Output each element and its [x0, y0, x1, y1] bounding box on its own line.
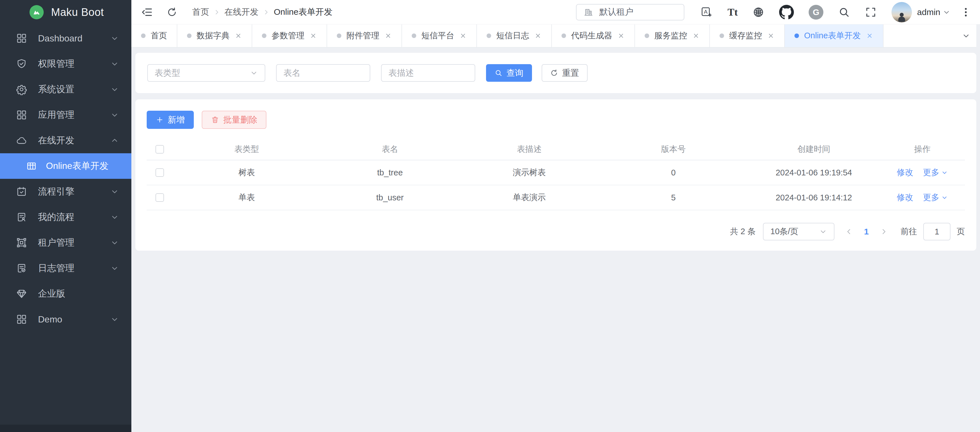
chevron-down-icon	[962, 32, 970, 40]
fullscreen-icon[interactable]	[865, 6, 877, 18]
font-size-icon[interactable]: Tt	[727, 6, 738, 18]
table-type-placeholder: 表类型	[154, 67, 180, 79]
close-icon[interactable]	[385, 32, 392, 40]
sidebar-subitem-online-form[interactable]: Online表单开发	[0, 153, 131, 179]
close-icon[interactable]	[310, 32, 317, 40]
tab-home[interactable]: 首页	[131, 24, 177, 47]
sidebar-item-my-workflow[interactable]: 我的流程	[0, 204, 131, 230]
table-desc-input[interactable]	[381, 64, 475, 82]
gitee-icon[interactable]: G	[809, 5, 823, 19]
sidebar-item-tenant-management[interactable]: 租户管理	[0, 230, 131, 255]
more-link[interactable]: 更多	[923, 192, 948, 203]
goto-label: 前往	[900, 226, 917, 237]
total-count: 共 2 条	[730, 226, 756, 237]
tab-param-mgmt[interactable]: 参数管理	[252, 24, 327, 47]
cell-name: tb_tree	[320, 160, 460, 185]
sidebar-item-demo[interactable]: Demo	[0, 306, 131, 332]
sidebar-item-permission[interactable]: 权限管理	[0, 51, 131, 77]
breadcrumb-current: Online表单开发	[274, 6, 332, 18]
sidebar-item-workflow-engine[interactable]: 流程引擎	[0, 179, 131, 204]
tab-online-form[interactable]: Online表单开发	[785, 24, 883, 47]
translate-icon[interactable]: A	[700, 6, 713, 18]
plus-icon	[156, 116, 164, 124]
search-icon[interactable]	[838, 6, 850, 18]
col-header-name: 表名	[320, 139, 460, 160]
page-content: 表类型 查询 重置 新增 批量删	[131, 48, 980, 250]
reset-button[interactable]: 重置	[542, 64, 588, 82]
tenant-select[interactable]: 默认租户	[576, 4, 684, 21]
tab-dot	[487, 33, 491, 38]
row-checkbox[interactable]	[156, 193, 164, 202]
edit-link[interactable]: 修改	[897, 192, 913, 203]
col-header-desc: 表描述	[460, 139, 599, 160]
shield-check-icon	[16, 58, 27, 70]
sidebar-item-dashboard[interactable]: Dashboard	[0, 26, 131, 51]
github-icon[interactable]	[779, 5, 794, 19]
close-icon[interactable]	[534, 32, 542, 40]
sidebar-fold-icon[interactable]	[141, 6, 153, 18]
chevron-down-icon	[110, 315, 119, 324]
kebab-menu-icon[interactable]	[960, 6, 972, 18]
close-icon[interactable]	[767, 32, 775, 40]
page-size-select[interactable]: 10条/页	[763, 223, 834, 241]
tab-code-generator[interactable]: 代码生成器	[552, 24, 635, 47]
tab-attachment[interactable]: 附件管理	[327, 24, 402, 47]
diamond-icon	[16, 288, 27, 300]
sidebar-collapse-strip[interactable]	[0, 425, 131, 432]
goto-page-input[interactable]	[923, 223, 950, 241]
chevron-down-icon	[250, 69, 258, 77]
next-page-icon[interactable]	[880, 227, 888, 236]
sidebar-item-enterprise[interactable]: 企业版	[0, 281, 131, 306]
header-icon-group: A Tt G	[700, 5, 891, 19]
close-icon[interactable]	[692, 32, 700, 40]
add-button[interactable]: 新增	[147, 111, 194, 129]
tab-dot	[794, 33, 799, 38]
language-globe-icon[interactable]	[752, 6, 764, 18]
current-page[interactable]: 1	[864, 227, 869, 236]
avatar[interactable]	[891, 2, 912, 22]
table-type-select[interactable]: 表类型	[147, 64, 265, 82]
tab-sms-log[interactable]: 短信日志	[477, 24, 552, 47]
more-link[interactable]: 更多	[923, 167, 948, 178]
edit-link[interactable]: 修改	[897, 167, 913, 178]
sidebar-item-log-management[interactable]: 日志管理	[0, 255, 131, 281]
query-button[interactable]: 查询	[486, 64, 532, 82]
row-checkbox[interactable]	[156, 168, 164, 177]
close-icon[interactable]	[235, 32, 242, 40]
sidebar-menu: Dashboard 权限管理 系统设置 应用管理 在线开发 Online表单开发	[0, 26, 131, 332]
frame-icon	[16, 237, 27, 249]
tenant-select-value: 默认租户	[599, 6, 633, 18]
sidebar: Maku Boot Dashboard 权限管理 系统设置 应用管理 在线开发	[0, 0, 131, 432]
table-name-input[interactable]	[276, 64, 370, 82]
chevron-up-icon	[110, 136, 119, 145]
sidebar-item-app-management[interactable]: 应用管理	[0, 102, 131, 128]
app-logo[interactable]: Maku Boot	[0, 0, 131, 24]
document-user-icon	[16, 212, 27, 223]
user-name[interactable]: admin	[917, 7, 940, 17]
logo-icon	[30, 5, 44, 19]
tab-sms-platform[interactable]: 短信平台	[402, 24, 477, 47]
tab-cache-monitor[interactable]: 缓存监控	[710, 24, 785, 47]
chevron-down-icon[interactable]	[943, 8, 950, 16]
chevron-down-icon	[110, 111, 119, 119]
tab-service-monitor[interactable]: 服务监控	[635, 24, 710, 47]
sidebar-item-online-dev[interactable]: 在线开发	[0, 128, 131, 153]
close-icon[interactable]	[866, 32, 873, 40]
close-icon[interactable]	[459, 32, 467, 40]
chevron-down-icon	[110, 213, 119, 222]
table-row: 树表 tb_tree 演示树表 0 2024-01-06 19:19:54 修改…	[147, 160, 965, 185]
chevron-right-icon	[262, 8, 270, 16]
tab-data-dict[interactable]: 数据字典	[177, 24, 252, 47]
gear-icon	[16, 84, 27, 95]
batch-delete-button[interactable]: 批量删除	[202, 111, 266, 129]
sidebar-item-system-settings[interactable]: 系统设置	[0, 77, 131, 102]
prev-page-icon[interactable]	[845, 227, 853, 236]
breadcrumb-online-dev[interactable]: 在线开发	[224, 6, 258, 18]
tab-list-dropdown[interactable]	[956, 24, 976, 47]
refresh-icon[interactable]	[167, 7, 177, 18]
select-all-checkbox[interactable]	[156, 145, 164, 153]
chevron-down-icon	[819, 228, 827, 236]
breadcrumb-home[interactable]: 首页	[192, 6, 209, 18]
close-icon[interactable]	[617, 32, 625, 40]
trash-icon	[211, 116, 220, 124]
